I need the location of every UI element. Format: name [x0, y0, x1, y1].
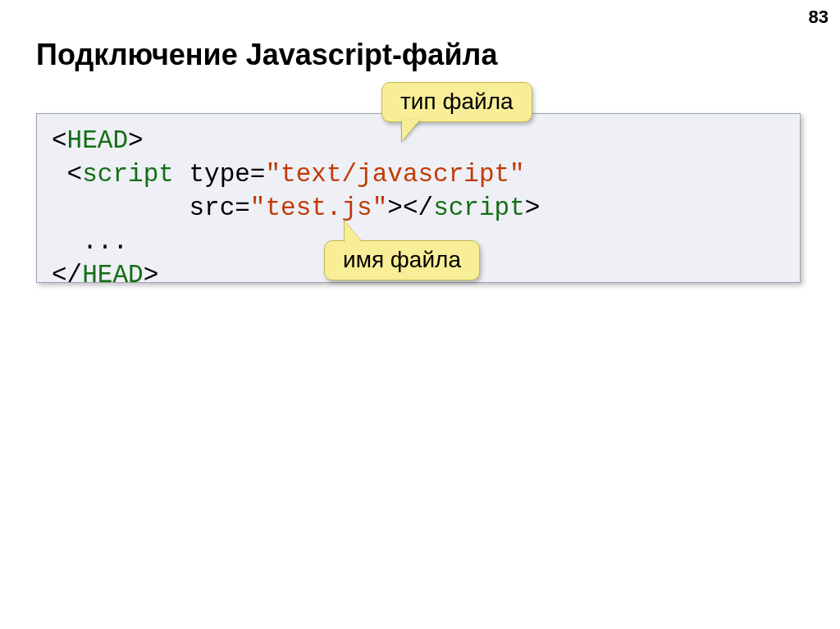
code-line-5: </HEAD> — [52, 261, 158, 289]
code-line-3: src="test.js"></script> — [52, 194, 540, 222]
page-title: Подключение Javascript-файла — [36, 38, 497, 72]
code-line-1: <HEAD> — [52, 126, 144, 155]
callout-file-name: имя файла — [324, 240, 480, 280]
code-line-4: ... — [52, 227, 128, 256]
page-number: 83 — [809, 7, 829, 28]
callout-file-type: тип файла — [381, 82, 532, 122]
code-line-2: <script type="text/javascript" — [52, 160, 525, 189]
